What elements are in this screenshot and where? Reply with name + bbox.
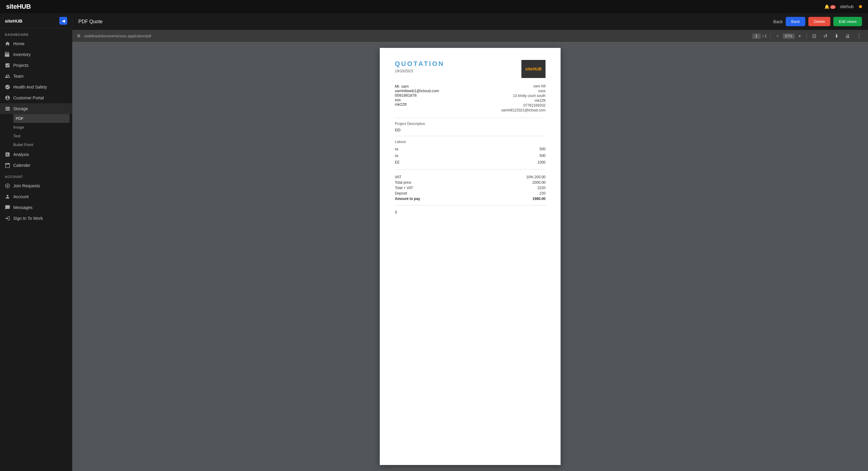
calendar-icon — [5, 163, 10, 168]
sidebar-item-customer-portal[interactable]: Customer Portal — [0, 93, 72, 103]
user-status-dot — [859, 5, 862, 8]
pdf-download-button[interactable]: ⬇ — [833, 33, 840, 39]
pdf-rotate-button[interactable]: ↺ — [822, 33, 829, 39]
project-description-label: Project Description — [395, 122, 546, 126]
company-email: samhill123321@icloud.com — [501, 108, 546, 112]
back-button[interactable]: Back — [786, 17, 805, 26]
sidebar-item-text-label: Text — [13, 134, 21, 138]
labour-table: ss 500 ss 500 EE 1000 — [395, 146, 546, 166]
main-layout: siteHUB ◀ DASHBOARD Home Inventory Proje… — [0, 13, 868, 471]
sidebar-item-storage-label: Storage — [13, 106, 28, 111]
back-link[interactable]: Back — [773, 19, 783, 24]
total-vat-value: 2220 — [537, 186, 546, 190]
labour-item-name-1: ss — [395, 153, 451, 159]
home-icon — [5, 41, 10, 46]
client-address2: mk22ft — [395, 102, 501, 107]
pdf-viewer-toolbar: ≡ undefined/documents/ssss.application/p… — [72, 30, 868, 42]
inventory-icon — [5, 52, 10, 57]
sidebar-item-bullet-point[interactable]: Bullet Point — [13, 140, 72, 149]
pdf-company-info: sam hill ssss 13 trinity court south mk2… — [501, 84, 546, 113]
sidebar-item-text[interactable]: Text — [13, 132, 72, 140]
table-row: ss 500 — [395, 153, 546, 159]
client-email: samhillweb1@icloud.com — [395, 89, 501, 93]
sidebar-item-health-safety[interactable]: Health And Safety — [0, 81, 72, 93]
notification-count: 22 — [830, 5, 836, 9]
sidebar-item-account[interactable]: Account — [0, 191, 72, 202]
pdf-document: QUOTATION 19/10/2023 siteHUB Mr. sam sam… — [380, 48, 561, 465]
sidebar-item-messages[interactable]: Messages — [0, 202, 72, 213]
pdf-divider-4 — [395, 205, 546, 205]
pdf-zoom-in-button[interactable]: + — [797, 33, 803, 39]
sidebar-item-messages-label: Messages — [13, 205, 33, 210]
client-name: Mr. sam — [395, 84, 501, 89]
company-address1: 13 trinity court south — [501, 94, 546, 98]
labour-item-amount-0: 500 — [451, 146, 546, 153]
sidebar: siteHUB ◀ DASHBOARD Home Inventory Proje… — [0, 13, 72, 471]
vat-rate: 10% — [526, 175, 533, 179]
sidebar-item-home-label: Home — [13, 41, 24, 46]
pdf-more-button[interactable]: ⋮ — [855, 33, 863, 39]
pdf-doc-header: QUOTATION 19/10/2023 siteHUB — [395, 60, 546, 78]
pdf-header-actions: Back Back Delete Edit views — [773, 17, 862, 26]
projects-icon — [5, 63, 10, 68]
join-requests-icon — [5, 183, 10, 189]
deposit-label: Deposit — [395, 191, 407, 196]
collapse-sidebar-button[interactable]: ◀ — [59, 17, 67, 25]
dashboard-section-label: DASHBOARD — [0, 29, 72, 38]
pdf-divider-3 — [395, 169, 546, 170]
account-section-label: ACCOUNT — [0, 171, 72, 180]
team-icon — [5, 73, 10, 79]
sidebar-item-analysis-label: Analysis — [13, 152, 29, 157]
sidebar-item-home[interactable]: Home — [0, 38, 72, 49]
sidebar-item-join-requests[interactable]: Join Requests — [0, 180, 72, 191]
pdf-page-input[interactable] — [752, 33, 761, 39]
vat-value: 10% 200.00 — [526, 175, 546, 179]
pdf-page-separator: / 1 — [763, 34, 767, 38]
sidebar-item-calender[interactable]: Calender — [0, 160, 72, 171]
pdf-fit-page-button[interactable]: ⊡ — [810, 33, 818, 39]
total-vat-label: Total + VAT — [395, 186, 413, 190]
customer-portal-icon — [5, 95, 10, 101]
health-icon — [5, 84, 10, 90]
labour-label: Labour — [395, 140, 546, 144]
project-description-value: DD — [395, 128, 546, 132]
delete-button[interactable]: Delete — [808, 17, 831, 26]
pdf-footer-note: S — [395, 210, 546, 214]
vat-row: VAT 10% 200.00 — [395, 174, 546, 180]
pdf-page-header: PDF Quote Back Back Delete Edit views — [72, 13, 868, 30]
edit-views-button[interactable]: Edit views — [833, 17, 862, 26]
sidebar-item-inventory[interactable]: Inventory — [0, 49, 72, 60]
pdf-client-company-info: Mr. sam samhillweb1@icloud.com 009188187… — [395, 84, 546, 113]
company-name: sam hill — [501, 84, 546, 88]
vat-amount: 200.00 — [534, 175, 546, 179]
sidebar-item-projects[interactable]: Projects — [0, 60, 72, 71]
pdf-zoom-value: 67% — [783, 33, 795, 39]
sidebar-item-storage[interactable]: Storage — [0, 103, 72, 114]
total-price-value: 2000.00 — [532, 180, 546, 184]
sidebar-item-analysis[interactable]: Analysis — [0, 149, 72, 160]
sidebar-item-team[interactable]: Team — [0, 71, 72, 81]
topbar: siteHUB 🔔22 sitehub — [0, 0, 868, 13]
company-address2: mk22ft — [501, 99, 546, 103]
total-vat-row: Total + VAT 2220 — [395, 185, 546, 191]
topbar-right: 🔔22 sitehub — [824, 4, 862, 9]
labour-item-name-2: EE — [395, 159, 451, 166]
notification-bell[interactable]: 🔔22 — [824, 4, 836, 9]
sidebar-item-pdf[interactable]: PDF — [13, 114, 70, 123]
pdf-print-button[interactable]: 🖨 — [843, 33, 852, 39]
pdf-menu-icon[interactable]: ≡ — [77, 33, 81, 39]
app-logo: siteHUB — [6, 3, 31, 10]
company-logo: siteHUB — [521, 60, 546, 78]
sidebar-item-join-requests-label: Join Requests — [13, 183, 40, 188]
main-content: PDF Quote Back Back Delete Edit views ≡ … — [72, 13, 868, 471]
storage-subnav: PDF Image Text Bullet Point — [0, 114, 72, 149]
sidebar-item-pdf-label: PDF — [16, 116, 24, 121]
quotation-title: QUOTATION — [395, 60, 444, 68]
sidebar-item-image[interactable]: Image — [13, 123, 72, 132]
quotation-info: QUOTATION 19/10/2023 — [395, 60, 444, 73]
sidebar-item-team-label: Team — [13, 74, 24, 78]
sidebar-item-sign-in-to-work[interactable]: Sign In To Work — [0, 213, 72, 224]
amount-to-pay-label: Amount to pay — [395, 197, 420, 201]
pdf-zoom-out-button[interactable]: − — [774, 33, 781, 39]
deposit-row: Deposit 220 — [395, 191, 546, 196]
